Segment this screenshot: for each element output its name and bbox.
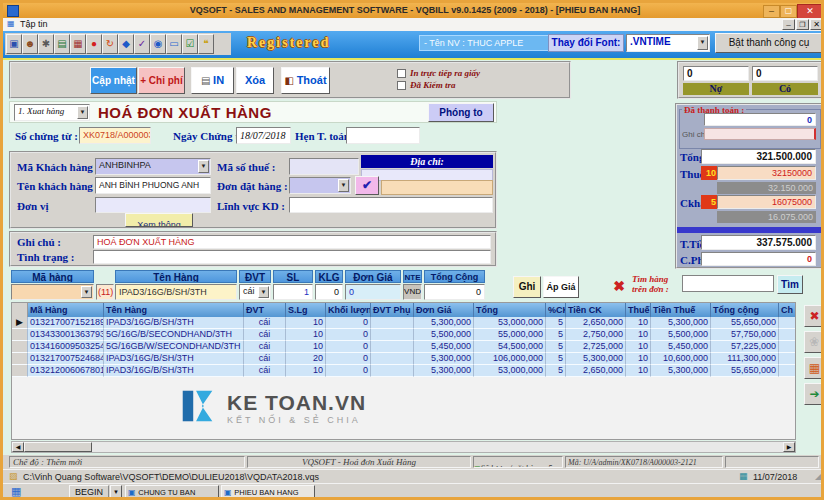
organization-icon[interactable]: ▦ bbox=[70, 34, 86, 54]
tools-icon[interactable]: ✱ bbox=[38, 34, 54, 54]
discount-value-field[interactable]: 16075000 bbox=[717, 195, 816, 209]
checked-checkbox[interactable] bbox=[397, 81, 406, 90]
grid-cell[interactable]: 5 bbox=[546, 353, 566, 365]
grid-cell[interactable]: 5,500,000 bbox=[414, 329, 474, 341]
grid-cell[interactable]: 5,300,000 bbox=[566, 353, 626, 365]
help-icon[interactable]: ❝ bbox=[198, 34, 214, 54]
grid-column-header[interactable]: Tiền Thuế bbox=[651, 303, 711, 317]
grid-cell[interactable]: 5,300,000 bbox=[414, 317, 474, 329]
grid-cell[interactable] bbox=[371, 341, 414, 353]
apply-price-button[interactable]: Áp Giá bbox=[543, 276, 579, 298]
grid-cell[interactable]: 5,500,000 bbox=[651, 329, 711, 341]
grid-cell[interactable]: 10 bbox=[286, 329, 326, 341]
grand-total-field[interactable]: 337.575.000 bbox=[701, 235, 816, 250]
grid-cell[interactable]: 5 bbox=[546, 341, 566, 353]
grid-cell[interactable] bbox=[371, 353, 414, 365]
file-menu[interactable]: Tập tin bbox=[20, 19, 48, 29]
scroll-left-icon[interactable]: ◀ bbox=[12, 442, 24, 452]
grid-column-header[interactable]: Ch bbox=[779, 303, 796, 317]
grid-cell[interactable]: cái bbox=[244, 353, 286, 365]
confirm-icon[interactable]: ☑ bbox=[182, 34, 198, 54]
delete-button[interactable]: Xóa bbox=[236, 67, 274, 94]
navigate-icon[interactable]: ◆ bbox=[118, 34, 134, 54]
task-window-2[interactable]: ▣ PHIEU BAN HANG bbox=[221, 485, 315, 499]
new-document-icon[interactable]: ▤ bbox=[54, 34, 70, 54]
grid-cell[interactable]: 0 bbox=[326, 353, 371, 365]
exit-button[interactable]: ◧ Thoát bbox=[281, 67, 330, 94]
tax-code-field[interactable] bbox=[289, 158, 359, 175]
grid-hscrollbar[interactable]: ◀ ▶ bbox=[11, 441, 796, 453]
print-direct-checkbox[interactable] bbox=[397, 69, 406, 78]
grid-cell[interactable]: 5,300,000 bbox=[651, 365, 711, 377]
grid-column-header[interactable]: Khối lượng bbox=[326, 303, 371, 317]
entry-weight-field[interactable]: 0 bbox=[315, 284, 343, 300]
grid-cell[interactable]: cái bbox=[244, 329, 286, 341]
expense-button[interactable]: + Chi phí bbox=[138, 67, 185, 94]
grid-cell[interactable]: cái bbox=[244, 365, 286, 377]
grid-cell[interactable]: 57,225,000 bbox=[711, 341, 779, 353]
grid-cell[interactable]: 5G/16G/B/SECONDHAND/3TH bbox=[104, 329, 244, 341]
grid-column-header[interactable]: ĐVT bbox=[244, 303, 286, 317]
unit-field[interactable] bbox=[95, 197, 211, 213]
order-confirm-button[interactable]: ✔ bbox=[355, 176, 379, 195]
grid-cell[interactable]: 5,300,000 bbox=[651, 317, 711, 329]
entry-price-field[interactable]: 0 bbox=[345, 284, 401, 300]
debit-value-field[interactable]: 0 bbox=[683, 66, 749, 81]
table-row[interactable]: 013212006067801IPAD3/16G/B/SH/3THcái1005… bbox=[12, 365, 795, 377]
order-ref-field[interactable] bbox=[381, 180, 493, 195]
grid-cell[interactable]: 2,650,000 bbox=[566, 317, 626, 329]
grid-cell[interactable]: 10 bbox=[626, 341, 651, 353]
settings-icon[interactable]: ❀ bbox=[804, 331, 824, 353]
grid-cell[interactable]: 10 bbox=[626, 329, 651, 341]
grid-column-header[interactable]: S.Lg bbox=[286, 303, 326, 317]
doc-no-field[interactable]: XK0718/A000003 bbox=[79, 127, 151, 144]
grid-cell[interactable] bbox=[779, 341, 796, 353]
order-select[interactable]: ▼ bbox=[289, 177, 351, 194]
status-field[interactable] bbox=[93, 250, 491, 264]
chevron-down-icon[interactable]: ▼ bbox=[338, 179, 349, 192]
begin-dropdown-icon[interactable]: ▼ bbox=[110, 485, 122, 499]
grid-cell[interactable] bbox=[371, 317, 414, 329]
update-button[interactable]: Cập nhật bbox=[90, 67, 137, 94]
chevron-down-icon[interactable]: ▼ bbox=[697, 36, 708, 50]
grid-cell[interactable]: 10 bbox=[286, 365, 326, 377]
tax-percent-box[interactable]: 10 bbox=[701, 166, 717, 180]
verify-icon[interactable]: ✓ bbox=[134, 34, 150, 54]
chevron-down-icon[interactable]: ▼ bbox=[77, 106, 88, 119]
grid-cell[interactable]: 5,450,000 bbox=[651, 341, 711, 353]
grid-cell[interactable]: cái bbox=[244, 317, 286, 329]
grid-column-header[interactable]: Thuế bbox=[626, 303, 651, 317]
grid-cell[interactable]: 5,300,000 bbox=[414, 353, 474, 365]
export-icon[interactable]: ➔ bbox=[804, 383, 824, 405]
doc-date-field[interactable]: 18/07/2018 bbox=[236, 127, 291, 144]
grid-cell[interactable]: 5 bbox=[546, 329, 566, 341]
invoice-type-select[interactable]: 1. Xuat hàng ▼ bbox=[14, 104, 90, 121]
chevron-down-icon[interactable]: ▼ bbox=[258, 286, 269, 298]
table-row[interactable]: 0134330013637935G/16G/B/SECONDHAND/3THcá… bbox=[12, 329, 795, 341]
task-window-1[interactable]: ▣ CHUNG TU BAN HANG bbox=[125, 485, 219, 499]
credit-value-field[interactable]: 0 bbox=[752, 66, 818, 81]
grid-cell[interactable] bbox=[779, 353, 796, 365]
entry-unit-select[interactable]: cái ▼ bbox=[239, 284, 271, 300]
grid-column-header[interactable]: Tiền CK bbox=[566, 303, 626, 317]
paid-note-field[interactable] bbox=[704, 128, 816, 140]
search-on-order-input[interactable] bbox=[682, 275, 774, 292]
grid-cell[interactable]: 5 bbox=[546, 365, 566, 377]
toolbar-toggle-button[interactable]: Bật thanh công cụ bbox=[715, 33, 823, 53]
grid-cell[interactable]: 111,300,000 bbox=[711, 353, 779, 365]
discount-percent-box[interactable]: 5 bbox=[701, 195, 717, 209]
grid-cell[interactable]: 57,750,000 bbox=[711, 329, 779, 341]
grid-cell[interactable]: 55,650,000 bbox=[711, 317, 779, 329]
search-icon[interactable]: ◉ bbox=[150, 34, 166, 54]
scroll-thumb[interactable] bbox=[24, 442, 92, 452]
table-row[interactable]: 0134160095032545G/16GB/W/SECONDHAND/3THc… bbox=[12, 341, 795, 353]
grid-cell[interactable]: 5G/16GB/W/SECONDHAND/3TH bbox=[104, 341, 244, 353]
customer-code-select[interactable]: ANHBINHPA ▼ bbox=[95, 158, 211, 175]
grid-cell[interactable] bbox=[779, 317, 796, 329]
more-info-button[interactable]: Xem thông bbox=[125, 213, 193, 227]
grid-column-header[interactable]: Đơn Giá bbox=[414, 303, 474, 317]
grid-cell[interactable]: 5 bbox=[546, 317, 566, 329]
search-button[interactable]: Tìm bbox=[777, 275, 803, 294]
close-button[interactable]: ✕ bbox=[797, 4, 823, 19]
maximize-button[interactable]: ▢ bbox=[780, 5, 797, 18]
